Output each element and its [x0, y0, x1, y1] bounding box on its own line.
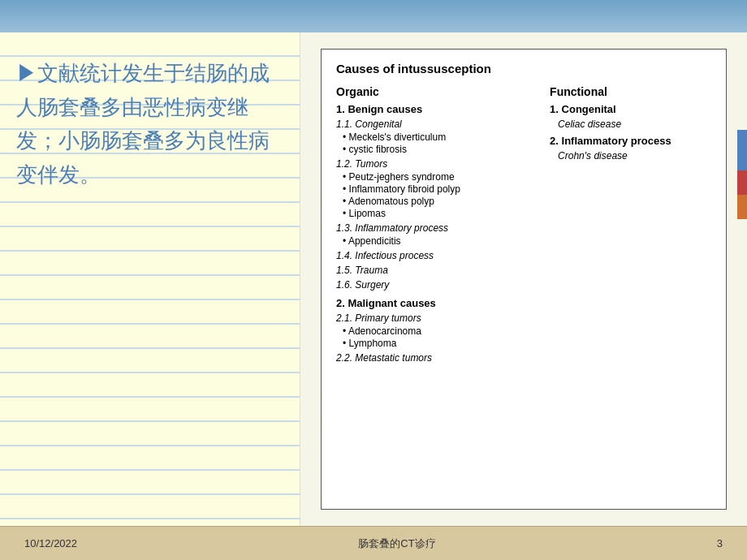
footer-page: 3: [717, 537, 723, 549]
section-1-5: 1.5. Trauma: [336, 265, 533, 276]
list-item: • Adenocarcinoma: [343, 325, 533, 337]
content-box: Causes of intussusception Organic 1. Ben…: [321, 49, 727, 510]
benign-label: 1. Benign causes: [336, 103, 533, 115]
top-bar: [0, 0, 747, 32]
slide-area: ▶文献统计发生于结肠的成人肠套叠多由恶性病变继发；小肠肠套叠多为良性病变伴发。 …: [0, 32, 747, 526]
box-title: Causes of intussusception: [336, 62, 711, 75]
list-item: • cystic fibrosis: [343, 144, 533, 155]
list-item: • Adenomatous polyp: [343, 196, 533, 207]
right-panel: Causes of intussusception Organic 1. Ben…: [300, 32, 747, 526]
section-2-2: 2.2. Metastatic tumors: [336, 352, 533, 364]
list-item: • Inflammatory fibroid polyp: [343, 183, 533, 195]
footer: 10/12/2022 肠套叠的CT诊疗 3: [0, 526, 747, 560]
section-1-2: 1.2. Tumors: [336, 158, 533, 170]
col-left-header: Organic: [336, 85, 533, 98]
section-1-6: 1.6. Surgery: [336, 279, 533, 291]
col-left: Organic 1. Benign causes 1.1. Congenital…: [336, 85, 533, 365]
malignant-label: 2. Malignant causes: [336, 297, 533, 309]
left-panel: ▶文献统计发生于结肠的成人肠套叠多由恶性病变继发；小肠肠套叠多为良性病变伴发。: [0, 32, 300, 526]
footer-title: 肠套叠的CT诊疗: [358, 536, 435, 551]
list-item: • Lymphoma: [343, 338, 533, 349]
section-1-3: 1.3. Inflammatory process: [336, 222, 533, 234]
col-right-header: Functional: [550, 85, 711, 98]
decorative-bars: [737, 130, 747, 219]
list-item: • Meckels's diverticulum: [343, 131, 533, 143]
columns: Organic 1. Benign causes 1.1. Congenital…: [336, 85, 711, 365]
right-congenital-item: Celiac disease: [558, 118, 711, 130]
section-2-1: 2.1. Primary tumors: [336, 312, 533, 324]
left-text: ▶文献统计发生于结肠的成人肠套叠多由恶性病变继发；小肠肠套叠多为良性病变伴发。: [16, 57, 283, 192]
footer-date: 10/12/2022: [24, 537, 77, 549]
right-inflammatory-item: Crohn's disease: [558, 150, 711, 162]
bar-red: [737, 170, 747, 195]
right-congenital-label: 1. Congenital: [550, 103, 711, 115]
col-right: Functional 1. Congenital Celiac disease …: [550, 85, 711, 365]
list-item: • Lipomas: [343, 208, 533, 219]
list-item: • Appendicitis: [343, 235, 533, 247]
list-item: • Peutz-jeghers syndrome: [343, 171, 533, 183]
bar-blue: [737, 130, 747, 170]
right-inflammatory-label: 2. Inflammatory process: [550, 135, 711, 147]
bar-orange: [737, 195, 747, 219]
section-1-4: 1.4. Infectious process: [336, 250, 533, 261]
section-1-1: 1.1. Congenital: [336, 118, 533, 130]
